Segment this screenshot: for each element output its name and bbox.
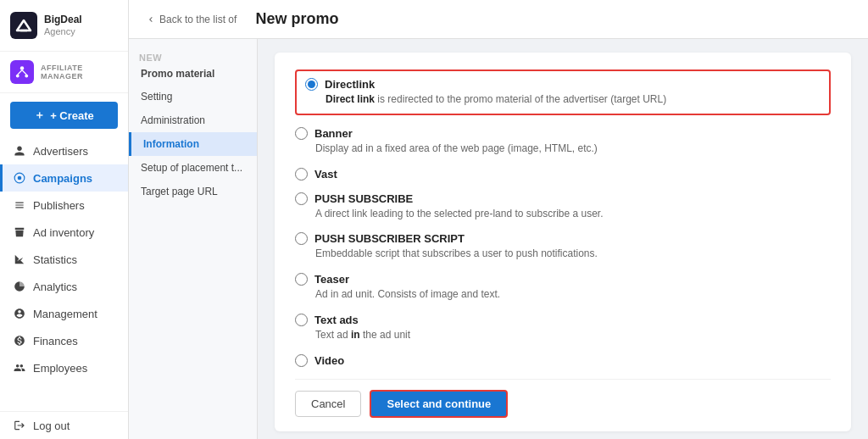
- vast-label[interactable]: Vast: [314, 168, 337, 181]
- analytics-icon: [13, 280, 26, 293]
- option-vast: Vast: [295, 168, 831, 181]
- option-text-ads: Text ads Text ad in the ad unit: [295, 314, 831, 342]
- logo-subtitle: Agency: [44, 26, 82, 37]
- ad-inventory-label: Ad inventory: [33, 226, 94, 239]
- sidebar-item-ad-inventory[interactable]: Ad inventory: [0, 219, 128, 246]
- analytics-label: Analytics: [33, 281, 77, 293]
- sidebar-item-statistics[interactable]: Statistics: [0, 246, 128, 273]
- sub-sidebar-item-setup-placement[interactable]: Setup of placement t...: [129, 156, 257, 180]
- top-bar: Back to the list of New promo: [129, 0, 868, 39]
- directlink-label[interactable]: Directlink: [325, 78, 375, 91]
- sub-sidebar-item-setting[interactable]: Setting: [129, 85, 257, 108]
- sidebar-item-management[interactable]: Management: [0, 300, 128, 327]
- sub-sidebar-item-administration[interactable]: Administration: [129, 108, 257, 132]
- employees-label: Employees: [33, 362, 87, 375]
- push-subscribe-desc: A direct link leading to the selected pr…: [315, 207, 831, 221]
- option-push-subscribe: PUSH SUBSCRIBE A direct link leading to …: [295, 192, 831, 221]
- option-teaser: Teaser Ad in ad unit. Consists of image …: [295, 273, 831, 302]
- option-push-subscriber-script: PUSH SUBSCRIBER SCRIPT Embeddable script…: [295, 232, 831, 261]
- logout-icon: [13, 419, 26, 432]
- finances-label: Finances: [33, 335, 78, 347]
- back-link[interactable]: Back to the list of: [146, 14, 236, 25]
- role-section: Affiliate Manager: [0, 52, 128, 93]
- create-button[interactable]: ＋ + Create: [10, 102, 118, 129]
- svg-rect-0: [10, 12, 37, 39]
- teaser-label[interactable]: Teaser: [314, 273, 349, 286]
- role-icon: [10, 60, 34, 84]
- teaser-desc: Ad in ad unit. Consists of image and tex…: [315, 287, 831, 302]
- vast-radio[interactable]: [295, 168, 308, 181]
- svg-point-2: [16, 75, 19, 78]
- page-title: New promo: [255, 10, 338, 28]
- teaser-radio[interactable]: [295, 273, 308, 286]
- option-video: Video: [295, 354, 831, 367]
- push-subscribe-label[interactable]: PUSH SUBSCRIBE: [314, 192, 413, 205]
- sidebar-item-logout[interactable]: Log out: [0, 412, 128, 439]
- management-icon: [13, 307, 26, 320]
- finances-icon: [13, 334, 26, 347]
- sidebar-item-employees[interactable]: Employees: [0, 354, 128, 381]
- text-ads-radio[interactable]: [295, 314, 308, 326]
- content-area: New Promo material Setting Administratio…: [129, 39, 868, 439]
- directlink-radio[interactable]: [305, 78, 318, 91]
- form-area: Directlink Direct link is redirected to …: [258, 39, 868, 439]
- publisher-icon: [13, 198, 26, 212]
- sidebar-item-analytics[interactable]: Analytics: [0, 273, 128, 300]
- video-label[interactable]: Video: [314, 354, 344, 367]
- sidebar-bottom: Log out: [0, 411, 128, 439]
- role-label: Affiliate Manager: [41, 64, 118, 81]
- inventory-icon: [13, 225, 26, 239]
- option-banner: Banner Display ad in a fixed area of the…: [295, 127, 831, 156]
- sidebar: BigDeal Agency Affiliate Manager ＋ + Cre…: [0, 0, 129, 439]
- affiliate-icon: [14, 64, 30, 80]
- management-label: Management: [33, 308, 97, 320]
- option-directlink-highlighted: Directlink Direct link is redirected to …: [295, 69, 831, 115]
- directlink-radio-row: Directlink: [305, 78, 821, 91]
- logout-label: Log out: [33, 420, 70, 432]
- campaign-icon: [13, 171, 26, 185]
- text-ads-label[interactable]: Text ads: [314, 314, 359, 326]
- sidebar-item-publishers[interactable]: Publishers: [0, 192, 128, 219]
- person-icon: [13, 144, 26, 158]
- directlink-desc: Direct link is redirected to the promo m…: [326, 92, 821, 107]
- main-nav: Advertisers Campaigns Publishers Ad inve…: [0, 137, 128, 411]
- sub-sidebar-section-new: New: [129, 46, 257, 66]
- push-subscriber-script-desc: Embeddable script that subscribes a user…: [315, 247, 831, 261]
- push-subscriber-script-radio[interactable]: [295, 232, 308, 245]
- sub-sidebar-section-label: Promo material: [129, 66, 257, 85]
- logo-icon: [10, 12, 37, 39]
- form-card: Directlink Direct link is redirected to …: [275, 53, 851, 431]
- banner-radio[interactable]: [295, 127, 308, 140]
- push-subscribe-radio[interactable]: [295, 192, 308, 205]
- text-ads-desc: Text ad in the ad unit: [315, 328, 831, 342]
- plus-icon: ＋: [34, 108, 45, 123]
- sub-sidebar: New Promo material Setting Administratio…: [129, 39, 258, 439]
- sub-sidebar-item-target-page-url[interactable]: Target page URL: [129, 180, 257, 203]
- statistics-icon: [13, 253, 26, 266]
- push-subscriber-script-label[interactable]: PUSH SUBSCRIBER SCRIPT: [314, 232, 465, 245]
- sidebar-item-finances[interactable]: Finances: [0, 327, 128, 354]
- statistics-label: Statistics: [33, 253, 77, 266]
- svg-point-3: [25, 75, 28, 78]
- sub-sidebar-item-information[interactable]: Information: [129, 132, 257, 156]
- svg-point-1: [20, 66, 25, 70]
- main-content: Back to the list of New promo New Promo …: [129, 0, 868, 439]
- employees-icon: [13, 361, 26, 375]
- sidebar-item-advertisers[interactable]: Advertisers: [0, 137, 128, 164]
- cancel-button[interactable]: Cancel: [295, 391, 361, 417]
- form-actions: Cancel Select and continue: [295, 379, 831, 418]
- select-continue-button[interactable]: Select and continue: [370, 390, 508, 418]
- banner-label[interactable]: Banner: [314, 127, 353, 140]
- video-radio[interactable]: [295, 354, 308, 367]
- logo-area: BigDeal Agency: [0, 0, 128, 52]
- chevron-left-icon: [146, 14, 156, 25]
- logo-name: BigDeal: [44, 14, 82, 25]
- campaigns-label: Campaigns: [33, 172, 92, 185]
- back-label: Back to the list of: [159, 14, 236, 25]
- publishers-label: Publishers: [33, 199, 85, 212]
- advertisers-label: Advertisers: [33, 145, 88, 158]
- svg-point-5: [18, 176, 22, 181]
- create-label: + Create: [50, 109, 94, 122]
- sidebar-item-campaigns[interactable]: Campaigns: [0, 164, 128, 192]
- banner-desc: Display ad in a fixed area of the web pa…: [315, 142, 831, 156]
